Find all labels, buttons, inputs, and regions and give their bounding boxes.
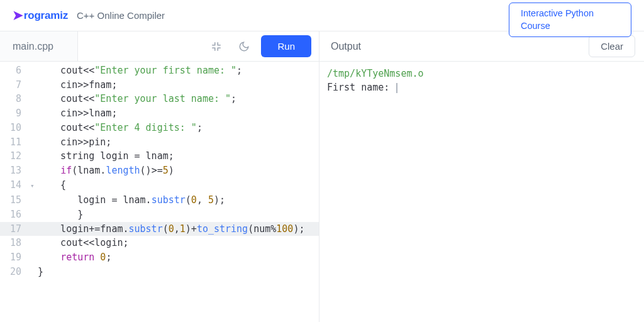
code-line: cin>>pin; <box>38 135 111 150</box>
logo-arrow-icon: ➤ <box>13 8 23 23</box>
code-editor[interactable]: 6 cout<<"Enter your first name: "; 7 cin… <box>0 62 319 322</box>
page-subtitle: C++ Online Compiler <box>77 10 165 21</box>
line-number: 15 <box>0 193 30 208</box>
code-line: cin>>fnam; <box>38 78 117 92</box>
code-line: cin>>lnam; <box>38 106 117 121</box>
line-number: 9 <box>0 106 30 121</box>
code-line: { <box>38 178 66 194</box>
fold-marker-icon[interactable]: ▾ <box>30 178 38 194</box>
code-line: cout<<"Enter your first name: "; <box>38 64 242 78</box>
code-line: cout<<"Enter 4 digits: "; <box>38 121 203 135</box>
line-number: 19 <box>0 250 30 265</box>
main-panes: 6 cout<<"Enter your first name: "; 7 cin… <box>0 62 644 322</box>
run-button[interactable]: Run <box>261 35 311 57</box>
line-number: 17 <box>0 222 30 236</box>
cta-course-button[interactable]: Interactive Python Course <box>509 3 631 37</box>
code-line: if(lnam.length()>=5) <box>38 164 174 178</box>
clear-button[interactable]: Clear <box>589 35 635 57</box>
line-number: 14 <box>0 178 30 194</box>
code-line: return 0; <box>38 250 111 265</box>
code-line: } <box>38 265 43 279</box>
code-line: login = lnam.substr(0, 5); <box>38 193 225 208</box>
code-line: } <box>38 208 83 222</box>
output-pane[interactable]: /tmp/kYTyeNmsem.o First name: <box>319 62 644 322</box>
brand-logo[interactable]: ➤rogramiz <box>13 8 68 23</box>
code-line: cout<<"Enter your last name: "; <box>38 92 236 106</box>
line-number: 7 <box>0 78 30 92</box>
line-number: 13 <box>0 164 30 178</box>
brand-text: rogramiz <box>24 9 68 22</box>
line-number: 8 <box>0 92 30 106</box>
app-header: ➤rogramiz C++ Online Compiler Interactiv… <box>0 0 644 31</box>
line-number: 6 <box>0 64 30 78</box>
editor-controls: Run <box>78 31 319 61</box>
code-line: cout<<login; <box>38 236 129 250</box>
output-path: /tmp/kYTyeNmsem.o <box>327 67 636 80</box>
line-number: 20 <box>0 265 30 279</box>
line-number: 12 <box>0 149 30 164</box>
code-line: login+=fnam.substr(0,1)+to_string(num%10… <box>38 222 304 236</box>
output-prompt: First name: <box>327 80 636 94</box>
file-tab[interactable]: main.cpp <box>0 31 78 61</box>
line-number: 10 <box>0 121 30 135</box>
output-title: Output <box>331 41 361 52</box>
line-number: 11 <box>0 135 30 150</box>
line-number: 16 <box>0 208 30 222</box>
line-number: 18 <box>0 236 30 250</box>
code-line: string login = lnam; <box>38 149 174 164</box>
cursor-icon <box>396 83 397 93</box>
collapse-icon[interactable] <box>206 36 227 57</box>
moon-icon[interactable] <box>233 36 255 57</box>
